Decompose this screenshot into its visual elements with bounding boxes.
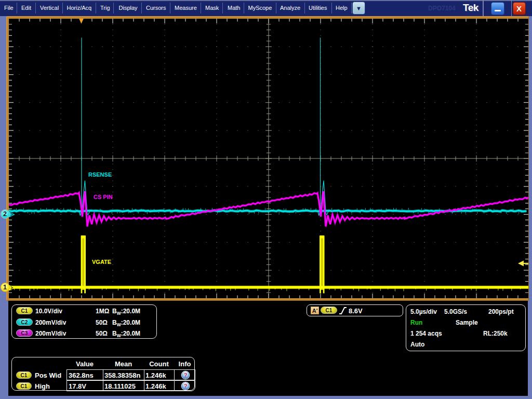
svg-text:VGATE: VGATE [92, 259, 111, 265]
svg-text:CS PIN: CS PIN [94, 194, 113, 200]
svg-text:RSENSE: RSENSE [88, 171, 112, 178]
